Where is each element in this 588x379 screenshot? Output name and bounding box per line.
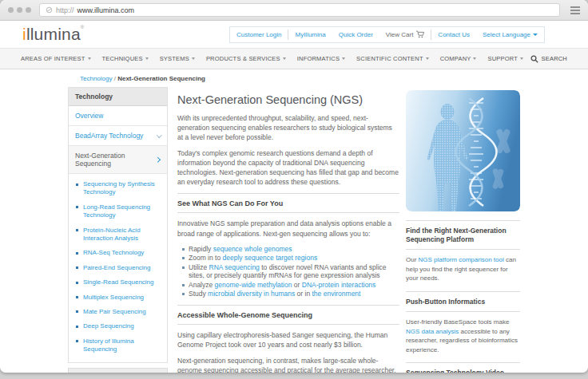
- nav-areas-of-interest[interactable]: AREAS OF INTEREST: [21, 55, 97, 62]
- chevron-right-icon: [155, 157, 160, 162]
- chevron-down-icon: [88, 57, 91, 60]
- select-language-dropdown[interactable]: Select Language: [476, 31, 544, 38]
- nav-scientific-content[interactable]: SCIENTIFIC CONTENT: [351, 55, 435, 62]
- sidebar-sub-item[interactable]: Deep Sequencing: [75, 319, 161, 334]
- customer-login-link[interactable]: Customer Login: [230, 31, 288, 38]
- window-control-dot[interactable]: [17, 7, 22, 13]
- breadcrumb-current: Next-Generation Sequencing: [117, 75, 205, 82]
- sidebar-sub-item[interactable]: Sequencing by Synthesis Technology: [75, 177, 161, 200]
- browser-chrome: http://www.illumina.com: [0, 0, 588, 21]
- cart-icon: [415, 30, 424, 38]
- nav-informatics[interactable]: INFORMATICS: [292, 55, 351, 62]
- list-item: Zoom in to deeply sequence target region…: [181, 254, 399, 263]
- nav-company[interactable]: COMPANY: [435, 55, 483, 62]
- utility-nav: Customer Login MyIllumina Quick Order Vi…: [229, 26, 545, 43]
- inline-link[interactable]: genome-wide methylation: [215, 281, 292, 289]
- page-content: Technology / Next-Generation Sequencing …: [68, 69, 520, 373]
- right-heading-informatics: Push-Button Informatics: [406, 291, 520, 312]
- quick-order-link[interactable]: Quick Order: [332, 31, 379, 38]
- list-item: Analyze genome-wide methylation or DNA-p…: [181, 281, 399, 290]
- sidebar-sub-item[interactable]: RNA-Seq Technology: [75, 246, 161, 260]
- right-rail: Find the Right Next-Generation Sequencin…: [406, 87, 520, 373]
- nav-techniques[interactable]: TECHNIQUES: [97, 55, 154, 62]
- nav-products-services[interactable]: PRODUCTS & SERVICES: [201, 55, 292, 62]
- section-paragraph: Using capillary electrophoresis-based Sa…: [177, 330, 399, 349]
- sidebar-item-ngs-active[interactable]: Next-Generation Sequencing: [69, 146, 167, 174]
- list-item: Rapidly sequence whole genomes: [181, 245, 399, 254]
- sidebar-sub-item[interactable]: Long-Read Sequencing Technology: [75, 200, 161, 223]
- sidebar-title: Technology: [69, 88, 167, 106]
- dna-human-promo-image[interactable]: [406, 90, 520, 211]
- sidebar-sub-item[interactable]: Paired-End Sequencing: [75, 261, 161, 275]
- contact-us-link[interactable]: Contact Us: [431, 31, 476, 38]
- window-control-dot[interactable]: [8, 7, 14, 13]
- nav-support[interactable]: SUPPORT: [482, 55, 529, 62]
- sidebar-sub-item[interactable]: Multiplex Sequencing: [75, 290, 161, 305]
- inline-link[interactable]: sequence whole genomes: [213, 245, 292, 253]
- chevron-down-icon: [426, 57, 429, 60]
- site-header: illumina® Customer Login MyIllumina Quic…: [0, 21, 588, 48]
- main-nav: AREAS OF INTEREST TECHNIQUES SYSTEMS PRO…: [0, 48, 588, 69]
- site-info-icon: [46, 6, 53, 14]
- sidebar-sub-item[interactable]: Single-Read Sequencing: [75, 275, 161, 290]
- window-controls[interactable]: [8, 7, 31, 13]
- url-scheme: http://: [56, 6, 74, 14]
- right-heading-video: Sequencing Technology Video: [406, 362, 520, 373]
- sidebar-sub-list: Sequencing by Synthesis Technology Long-…: [69, 174, 167, 362]
- inline-link[interactable]: NGS data analysis: [406, 328, 459, 335]
- inline-link[interactable]: microbial diversity in humans: [208, 290, 295, 298]
- search-icon: [530, 55, 538, 63]
- chevron-down-icon: [192, 57, 195, 60]
- section-heading-whole-genome: Accessible Whole-Genome Sequencing: [177, 305, 399, 325]
- main-article: Next-Generation Sequencing (NGS) With it…: [177, 87, 399, 373]
- browser-window: http://www.illumina.com illumina® Custom…: [0, 0, 588, 373]
- chevron-down-icon: [520, 57, 523, 60]
- right-paragraph: Our NGS platform comparison tool can hel…: [406, 255, 520, 283]
- search-button[interactable]: SEARCH: [530, 55, 567, 63]
- section-paragraph: Next-generation sequencing, in contrast,…: [177, 356, 399, 373]
- newsletter-signup: Interested in receiving newsletters, cas…: [68, 368, 168, 373]
- section-heading-see-ngs: See What NGS Can Do For You: [177, 193, 399, 213]
- chevron-down-icon: [283, 57, 286, 60]
- url-host: www.illumina.com: [77, 6, 135, 14]
- list-item: Utilize RNA sequencing to discover novel…: [181, 263, 399, 280]
- nav-systems[interactable]: SYSTEMS: [154, 55, 201, 62]
- list-item: Study microbial diversity in humans or i…: [181, 290, 399, 298]
- page-title: Next-Generation Sequencing (NGS): [177, 93, 399, 106]
- sidebar-sub-item[interactable]: Protein-Nucleic Acid Interaction Analysi…: [75, 223, 161, 247]
- chevron-down-icon: [145, 57, 149, 60]
- chevron-down-icon: [473, 57, 476, 60]
- section-lead: Innovative NGS sample preparation and da…: [177, 219, 399, 238]
- inline-link[interactable]: NGS platform comparison tool: [419, 256, 504, 263]
- sidebar-item-beadarray[interactable]: BeadArray Technology: [69, 126, 167, 146]
- intro-paragraph: With its unprecedented throughput, scala…: [177, 113, 399, 142]
- my-illumina-link[interactable]: MyIllumina: [288, 31, 332, 38]
- chevron-down-icon: [342, 57, 345, 60]
- right-heading-platform: Find the Right Next-Generation Sequencin…: [406, 220, 520, 250]
- intro-paragraph: Today's complex genomic research questio…: [177, 148, 399, 187]
- breadcrumb: Technology / Next-Generation Sequencing: [68, 69, 520, 87]
- right-paragraph: User-friendly BaseSpace tools make NGS d…: [406, 318, 520, 354]
- sidebar-sub-item[interactable]: History of Illumina Sequencing: [75, 334, 161, 357]
- ngs-applications-list: Rapidly sequence whole genomes Zoom in t…: [181, 245, 399, 298]
- inline-link[interactable]: the environment: [312, 290, 361, 298]
- window-control-dot[interactable]: [26, 7, 31, 13]
- url-bar[interactable]: http://www.illumina.com: [39, 3, 560, 17]
- chevron-down-icon: [157, 132, 161, 137]
- illumina-logo[interactable]: illumina®: [22, 25, 84, 44]
- inline-link[interactable]: RNA sequencing: [209, 263, 260, 271]
- sidebar-item-overview[interactable]: Overview: [69, 106, 167, 126]
- breadcrumb-technology-link[interactable]: Technology: [80, 75, 112, 82]
- inline-link[interactable]: DNA-protein interactions: [302, 281, 376, 289]
- inline-link[interactable]: deeply sequence target regions: [223, 254, 318, 262]
- browser-menu-icon[interactable]: [570, 6, 580, 14]
- chevron-down-icon: [533, 34, 538, 36]
- sidebar-sub-item[interactable]: Mate Pair Sequencing: [75, 305, 161, 319]
- view-cart-link[interactable]: View Cart: [379, 30, 431, 38]
- registered-mark: ®: [81, 25, 85, 30]
- sidebar: Technology Overview BeadArray Technology…: [68, 87, 168, 373]
- breadcrumb-separator: /: [114, 75, 116, 82]
